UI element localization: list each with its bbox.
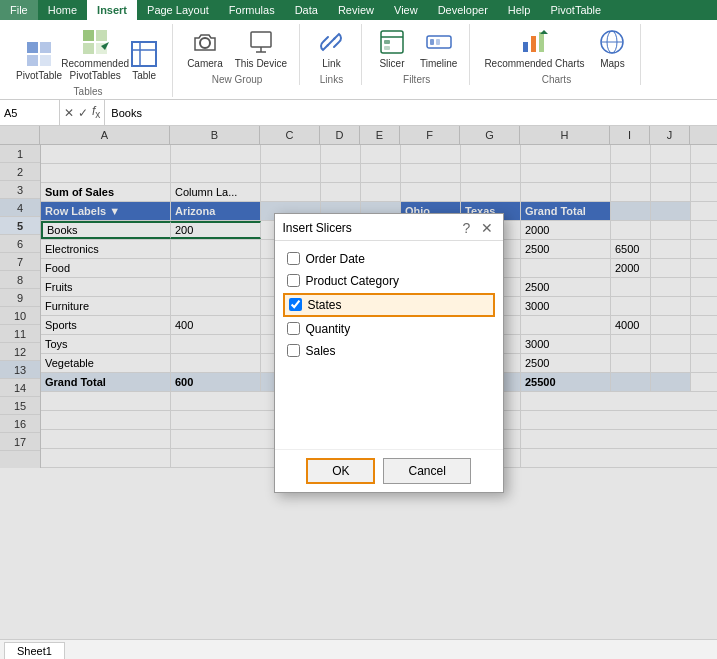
ribbon-tab-bar: File Home Insert Page Layout Formulas Da… xyxy=(0,0,717,20)
slicer-button[interactable]: Slicer xyxy=(372,24,412,72)
recommended-charts-icon xyxy=(518,26,550,58)
charts-group-label: Charts xyxy=(542,74,571,85)
checkbox-sales[interactable] xyxy=(287,344,300,357)
cancel-button[interactable]: Cancel xyxy=(383,458,470,484)
tab-home[interactable]: Home xyxy=(38,0,87,20)
tab-help[interactable]: Help xyxy=(498,0,541,20)
svg-rect-26 xyxy=(539,32,544,52)
table-button[interactable]: Table xyxy=(124,36,164,84)
timeline-button[interactable]: Timeline xyxy=(416,24,461,72)
ribbon: File Home Insert Page Layout Formulas Da… xyxy=(0,0,717,100)
svg-rect-5 xyxy=(96,30,107,41)
dialog-title: Insert Slicers xyxy=(283,221,352,235)
sheet-tab-1[interactable]: Sheet1 xyxy=(4,642,65,659)
dialog-overlay: Insert Slicers ? ✕ Order Date xyxy=(0,126,717,639)
table-label: Table xyxy=(132,70,156,82)
svg-rect-6 xyxy=(83,43,94,54)
timeline-label: Timeline xyxy=(420,58,457,70)
tab-insert[interactable]: Insert xyxy=(87,0,137,20)
checkbox-quantity[interactable] xyxy=(287,322,300,335)
camera-label: Camera xyxy=(187,58,223,70)
svg-rect-0 xyxy=(27,42,38,53)
recommended-charts-button[interactable]: Recommended Charts xyxy=(480,24,588,72)
checkbox-label-states: States xyxy=(308,298,342,312)
maps-label: Maps xyxy=(600,58,624,70)
camera-button[interactable]: Camera xyxy=(183,24,227,72)
checkbox-item-product-category[interactable]: Product Category xyxy=(283,271,495,291)
group-tables: PivotTable Recommended PivotTables Table… xyxy=(4,24,173,97)
ok-button[interactable]: OK xyxy=(306,458,375,484)
svg-rect-1 xyxy=(40,42,51,53)
dialog-footer: OK Cancel xyxy=(275,449,503,492)
confirm-formula-icon[interactable]: ✓ xyxy=(78,106,88,120)
checkbox-list: Order Date Product Category States xyxy=(283,249,495,361)
insert-function-icon[interactable]: fx xyxy=(92,104,100,120)
pivottable-icon xyxy=(23,38,55,70)
checkbox-states[interactable] xyxy=(289,298,302,311)
checkbox-order-date[interactable] xyxy=(287,252,300,265)
dialog-titlebar: Insert Slicers ? ✕ xyxy=(275,214,503,241)
group-filters: Slicer Timeline Filters xyxy=(364,24,470,85)
svg-rect-9 xyxy=(132,42,156,66)
tab-formulas[interactable]: Formulas xyxy=(219,0,285,20)
tab-file[interactable]: File xyxy=(0,0,38,20)
checkbox-item-states[interactable]: States xyxy=(283,293,495,317)
recommended-charts-label: Recommended Charts xyxy=(484,58,584,70)
slicer-icon xyxy=(376,26,408,58)
timeline-icon xyxy=(423,26,455,58)
checkbox-product-category[interactable] xyxy=(287,274,300,287)
svg-point-12 xyxy=(200,38,210,48)
formula-icons: ✕ ✓ fx xyxy=(60,100,105,125)
group-charts: Recommended Charts Maps Charts xyxy=(472,24,641,85)
ribbon-body: PivotTable Recommended PivotTables Table… xyxy=(0,20,717,100)
cancel-formula-icon[interactable]: ✕ xyxy=(64,106,74,120)
tab-developer[interactable]: Developer xyxy=(428,0,498,20)
svg-rect-25 xyxy=(531,36,536,52)
tables-group-label: Tables xyxy=(74,86,103,97)
cell-reference[interactable]: A5 xyxy=(0,100,60,125)
dialog-controls: ? ✕ xyxy=(459,220,495,236)
tab-data[interactable]: Data xyxy=(285,0,328,20)
checkbox-item-order-date[interactable]: Order Date xyxy=(283,249,495,269)
group-links: Link Links xyxy=(302,24,362,85)
tab-view[interactable]: View xyxy=(384,0,428,20)
maps-button[interactable]: Maps xyxy=(592,24,632,72)
checkbox-item-sales[interactable]: Sales xyxy=(283,341,495,361)
checkbox-label-product-category: Product Category xyxy=(306,274,399,288)
checkbox-label-quantity: Quantity xyxy=(306,322,351,336)
table-icon xyxy=(128,38,160,70)
slicer-label: Slicer xyxy=(379,58,404,70)
tab-pivottable[interactable]: PivotTable xyxy=(540,0,611,20)
sheet-tabs: Sheet1 xyxy=(0,639,717,659)
checkbox-item-quantity[interactable]: Quantity xyxy=(283,319,495,339)
dialog-help-icon[interactable]: ? xyxy=(459,220,475,236)
recommended-pivottables-label: Recommended PivotTables xyxy=(61,58,129,82)
dialog-spacer xyxy=(283,361,495,441)
recommended-pivottables-icon xyxy=(79,26,111,58)
checkbox-label-sales: Sales xyxy=(306,344,336,358)
link-icon xyxy=(315,26,347,58)
insert-slicers-dialog: Insert Slicers ? ✕ Order Date xyxy=(274,213,504,493)
pivottable-button[interactable]: PivotTable xyxy=(12,36,66,84)
svg-line-16 xyxy=(327,38,335,46)
svg-rect-20 xyxy=(384,46,390,50)
tab-page-layout[interactable]: Page Layout xyxy=(137,0,219,20)
filters-group-label: Filters xyxy=(403,74,430,85)
svg-rect-24 xyxy=(523,42,528,52)
svg-rect-3 xyxy=(40,55,51,66)
new-group-label: New Group xyxy=(212,74,263,85)
camera-icon xyxy=(189,26,221,58)
tab-review[interactable]: Review xyxy=(328,0,384,20)
svg-rect-19 xyxy=(384,40,390,44)
formula-input[interactable] xyxy=(105,107,717,119)
dialog-close-icon[interactable]: ✕ xyxy=(479,220,495,236)
this-device-icon xyxy=(245,26,277,58)
recommended-pivottables-button[interactable]: Recommended PivotTables xyxy=(70,24,120,84)
formula-bar: A5 ✕ ✓ fx xyxy=(0,100,717,126)
link-label: Link xyxy=(322,58,340,70)
this-device-button[interactable]: This Device xyxy=(231,24,291,72)
svg-rect-23 xyxy=(436,39,440,45)
link-button[interactable]: Link xyxy=(311,24,351,72)
pivottable-label: PivotTable xyxy=(16,70,62,82)
svg-rect-2 xyxy=(27,55,38,66)
